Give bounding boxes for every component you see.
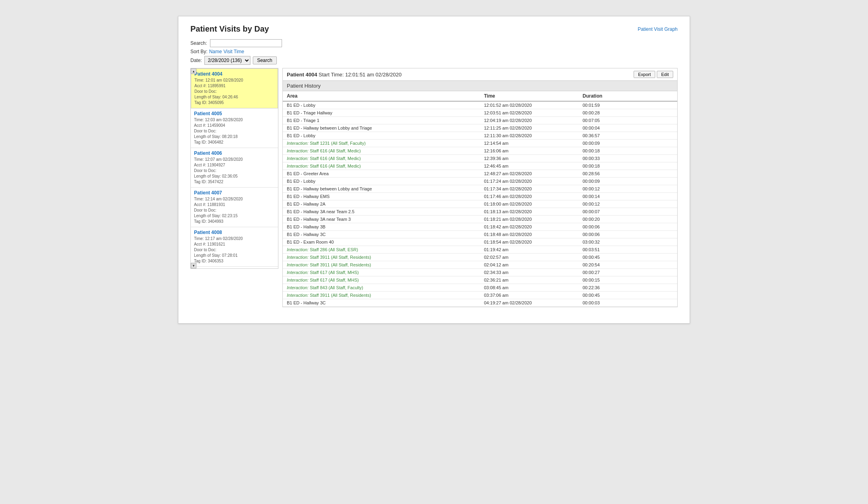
duration-cell: 00:00:07	[579, 208, 678, 216]
patient-list-item[interactable]: Patient 4004Time: 12:01 am 02/28/2020Acc…	[191, 68, 278, 108]
area-row: B1 ED - Hallway 2A01:18:00 am 02/28/2020…	[283, 200, 677, 208]
interaction-row: Interaction: Staff 616 (All Staff, Medic…	[283, 155, 677, 162]
sort-visittime-link[interactable]: Visit Time	[224, 49, 244, 54]
area-row: B1 ED - Triage 112:04:19 am 02/28/202000…	[283, 117, 677, 124]
duration-cell: 00:00:04	[579, 124, 678, 132]
area-row: B1 ED - Lobby12:01:52 am 02/28/202000:01…	[283, 101, 677, 109]
patient-list: Patient 4004Time: 12:01 am 02/28/2020Acc…	[191, 68, 278, 268]
area-row: B1 ED - Hallway 3B01:18:42 am 02/28/2020…	[283, 223, 677, 231]
time-cell: 02:34:33 am	[480, 269, 579, 276]
area-cell: B1 ED - Hallway 3B	[283, 223, 480, 231]
duration-cell: 00:22:36	[579, 284, 678, 292]
time-cell: 12:39:36 am	[480, 155, 579, 162]
area-cell: B1 ED - Lobby	[283, 178, 480, 185]
patient-list-item[interactable]: Patient 4008Time: 12:17 am 02/28/2020Acc…	[191, 227, 278, 267]
col-area: Area	[283, 91, 480, 101]
area-cell: Interaction: Staff 617 (All Staff, MHS)	[283, 276, 480, 284]
area-cell: Interaction: Staff 1231 (All Staff, Facu…	[283, 140, 480, 147]
scroll-down-arrow[interactable]: ▼	[191, 263, 196, 268]
area-cell: Interaction: Staff 286 (All Staff, ESR)	[283, 246, 480, 254]
header-buttons: Export Edit	[634, 71, 673, 78]
time-cell: 03:08:45 am	[480, 284, 579, 292]
interaction-row: Interaction: Staff 3911 (All Staff, Resi…	[283, 261, 677, 269]
duration-cell: 00:01:59	[579, 101, 678, 109]
area-cell: B1 ED - Hallway 3C	[283, 231, 480, 238]
interaction-tag: Interaction: Staff 843 (All Staff, Facul…	[287, 285, 363, 290]
duration-cell: 00:00:45	[579, 254, 678, 261]
interaction-row: Interaction: Staff 617 (All Staff, MHS)0…	[283, 269, 677, 276]
duration-cell: 00:00:06	[579, 223, 678, 231]
time-cell: 01:18:00 am 02/28/2020	[480, 200, 579, 208]
area-row: B1 ED - Triage Hallway12:03:51 am 02/28/…	[283, 109, 677, 117]
area-cell: B1 ED - Exam Room 40	[283, 238, 480, 246]
time-cell: 01:18:21 am 02/28/2020	[480, 216, 579, 223]
area-row: B1 ED - Hallway EMS01:17:46 am 02/28/202…	[283, 193, 677, 200]
area-row: B1 ED - Hallway between Lobby and Triage…	[283, 185, 677, 193]
time-cell: 01:19:42 am	[480, 246, 579, 254]
sortby-label: Sort By:	[190, 49, 208, 54]
patient-list-item[interactable]: Patient 4005Time: 12:03 am 02/28/2020Acc…	[191, 108, 278, 148]
sort-name-link[interactable]: Name	[209, 49, 222, 54]
interaction-tag: Interaction: Staff 3911 (All Staff, Resi…	[287, 262, 371, 267]
time-cell: 01:17:46 am 02/28/2020	[480, 193, 579, 200]
interaction-tag: Interaction: Staff 617 (All Staff, MHS)	[287, 270, 359, 275]
patient-detail-info: Time: 12:17 am 02/28/2020Acct #: 1190162…	[194, 236, 275, 264]
controls: Search: Sort By: Name Visit Time Date: 2…	[190, 39, 678, 65]
area-row: B1 ED - Hallway 3A near Team 301:18:21 a…	[283, 216, 677, 223]
time-cell: 01:18:13 am 02/28/2020	[480, 208, 579, 216]
history-table-header: Area Time Duration	[283, 91, 677, 101]
area-cell: Interaction: Staff 3911 (All Staff, Resi…	[283, 292, 480, 299]
time-cell: 12:04:19 am 02/28/2020	[480, 117, 579, 124]
patient-detail-info: Time: 12:14 am 02/28/2020Acct #: 1188193…	[194, 196, 275, 224]
patient-list-item[interactable]: Patient 4006Time: 12:07 am 02/28/2020Acc…	[191, 148, 278, 188]
patient-list-container: Patient 4004Time: 12:01 am 02/28/2020Acc…	[190, 68, 278, 269]
time-cell: 01:18:54 am 02/28/2020	[480, 238, 579, 246]
interaction-row: Interaction: Staff 617 (All Staff, MHS)0…	[283, 276, 677, 284]
interaction-tag: Interaction: Staff 3911 (All Staff, Resi…	[287, 255, 371, 260]
patient-visit-graph-link[interactable]: Patient Visit Graph	[638, 26, 678, 32]
area-row: B1 ED - Greeter Area12:48:27 am 02/28/20…	[283, 170, 677, 178]
search-row: Search:	[190, 39, 678, 47]
area-cell: B1 ED - Greeter Area	[283, 170, 480, 178]
scroll-up-arrow[interactable]: ▲	[191, 68, 196, 74]
history-table: Area Time Duration B1 ED - Lobby12:01:52…	[283, 91, 677, 307]
date-label: Date:	[190, 58, 202, 63]
patient-name: Patient 4006	[194, 150, 275, 156]
interaction-row: Interaction: Staff 843 (All Staff, Facul…	[283, 284, 677, 292]
time-cell: 12:16:06 am	[480, 147, 579, 155]
area-cell: B1 ED - Hallway 3A near Team 3	[283, 216, 480, 223]
area-row: B1 ED - Lobby12:11:30 am 02/28/202000:36…	[283, 132, 677, 140]
export-button[interactable]: Export	[634, 71, 655, 78]
time-cell: 12:11:30 am 02/28/2020	[480, 132, 579, 140]
duration-cell: 00:00:09	[579, 140, 678, 147]
area-cell: Interaction: Staff 616 (All Staff, Medic…	[283, 147, 480, 155]
interaction-row: Interaction: Staff 286 (All Staff, ESR)0…	[283, 246, 677, 254]
interaction-row: Interaction: Staff 3911 (All Staff, Resi…	[283, 254, 677, 261]
duration-cell: 00:00:18	[579, 162, 678, 170]
interaction-tag: Interaction: Staff 616 (All Staff, Medic…	[287, 148, 361, 153]
time-cell: 12:11:25 am 02/28/2020	[480, 124, 579, 132]
search-button[interactable]: Search	[253, 56, 277, 64]
time-cell: 04:19:27 am 02/28/2020	[480, 299, 579, 307]
area-cell: B1 ED - Hallway 3A near Team 2.5	[283, 208, 480, 216]
patient-detail-info: Time: 12:07 am 02/28/2020Acct #: 1190492…	[194, 157, 275, 185]
duration-cell: 00:00:18	[579, 147, 678, 155]
area-cell: B1 ED - Hallway 3C	[283, 299, 480, 307]
search-input[interactable]	[210, 39, 282, 47]
area-row: B1 ED - Hallway 3C04:19:27 am 02/28/2020…	[283, 299, 677, 307]
time-cell: 12:48:27 am 02/28/2020	[480, 170, 579, 178]
detail-start-time: 12:01:51 am 02/28/2020	[345, 72, 402, 78]
main-layout: Patient 4004Time: 12:01 am 02/28/2020Acc…	[190, 68, 678, 307]
patient-name: Patient 4007	[194, 190, 275, 196]
detail-panel: Patient 4004 Start Time: 12:01:51 am 02/…	[282, 68, 678, 307]
time-cell: 01:18:42 am 02/28/2020	[480, 223, 579, 231]
interaction-tag: Interaction: Staff 3911 (All Staff, Resi…	[287, 293, 371, 298]
duration-cell: 00:00:14	[579, 193, 678, 200]
patient-list-item[interactable]: Patient 4009Time: 12:20 am 02/28/2020	[191, 267, 278, 268]
date-select[interactable]: 2/28/2020 (136)	[204, 56, 250, 65]
patient-list-item[interactable]: Patient 4007Time: 12:14 am 02/28/2020Acc…	[191, 188, 278, 227]
duration-cell: 00:00:27	[579, 269, 678, 276]
edit-button[interactable]: Edit	[657, 71, 673, 78]
interaction-tag: Interaction: Staff 616 (All Staff, Medic…	[287, 164, 361, 168]
area-cell: Interaction: Staff 617 (All Staff, MHS)	[283, 269, 480, 276]
